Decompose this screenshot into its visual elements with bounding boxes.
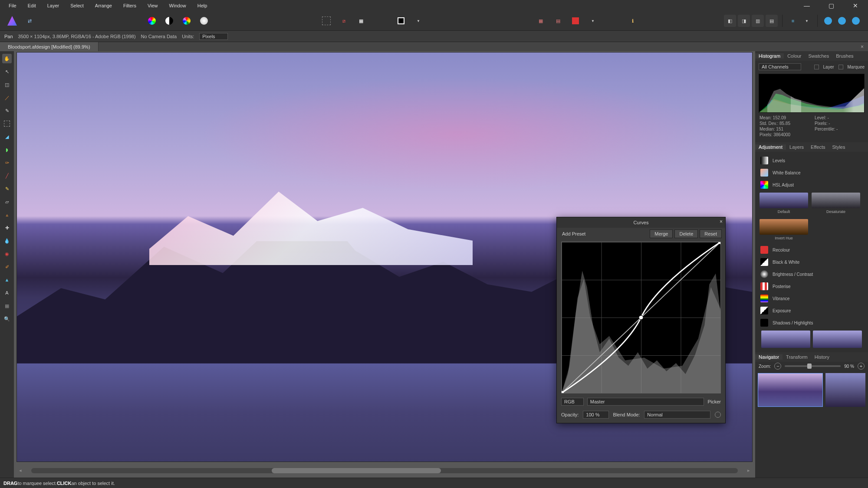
adj-levels[interactable]: Levels: [759, 154, 865, 167]
preset-default[interactable]: Default: [760, 193, 808, 214]
layer-checkbox[interactable]: [814, 65, 819, 69]
assistant-icon[interactable]: ℹ: [627, 15, 639, 27]
tab-colour[interactable]: Colour: [784, 53, 805, 59]
softproof-icon[interactable]: [198, 15, 210, 27]
hue-icon[interactable]: [181, 15, 193, 27]
preset-inverthue[interactable]: Invert Hue: [760, 219, 808, 240]
menu-layer[interactable]: Layer: [47, 3, 59, 8]
tab-brushes[interactable]: Brushes: [832, 53, 857, 59]
curves-close-icon[interactable]: ×: [720, 219, 723, 225]
snap-icon[interactable]: [569, 15, 582, 27]
menu-edit[interactable]: Edit: [28, 3, 36, 8]
zoom-in-button[interactable]: +: [858, 363, 865, 370]
menu-select[interactable]: Select: [70, 3, 84, 8]
curves-reset-button[interactable]: Reset: [700, 229, 722, 238]
globe2-icon[interactable]: [836, 15, 848, 27]
adj-recolour[interactable]: Recolour: [759, 244, 865, 256]
curves-add-preset-button[interactable]: Add Preset: [562, 230, 585, 238]
tab-history[interactable]: History: [811, 354, 833, 360]
shape-tool-icon[interactable]: ▲: [2, 275, 12, 285]
quickmask-icon[interactable]: [395, 15, 407, 27]
window-close-icon[interactable]: ✕: [852, 2, 859, 10]
move-tool-icon[interactable]: ↖: [2, 67, 12, 76]
arrange-2-icon[interactable]: ◨: [738, 15, 750, 27]
red-eye-tool-icon[interactable]: ◉: [2, 249, 12, 259]
arrange-3-icon[interactable]: ▥: [752, 15, 764, 27]
curves-dialog[interactable]: Curves × Add Preset Merge Delete Reset R…: [556, 217, 726, 423]
adj-bw[interactable]: Black & White: [759, 256, 865, 268]
tab-navigator[interactable]: Navigator: [755, 354, 783, 360]
horizontal-scrollbar[interactable]: [31, 468, 738, 473]
adj-vibrance[interactable]: Vibrance: [759, 292, 865, 305]
cancel-select-icon[interactable]: ⧄: [338, 15, 350, 27]
text-tool-icon[interactable]: A: [2, 288, 12, 298]
adj-thumb-1[interactable]: [761, 331, 810, 348]
tab-transform[interactable]: Transform: [783, 354, 811, 360]
marquee-checkbox[interactable]: [838, 65, 843, 69]
snap-dropdown-icon[interactable]: ▼: [587, 15, 599, 27]
scroll-left-icon[interactable]: ◂: [17, 467, 23, 473]
tab-histogram[interactable]: Histogram: [755, 53, 784, 59]
menu-view[interactable]: View: [148, 3, 158, 8]
adj-whitebalance[interactable]: White Balance: [759, 167, 865, 179]
share-icon[interactable]: ⇄: [23, 15, 36, 27]
tab-styles[interactable]: Styles: [829, 144, 849, 150]
pan-tool-icon[interactable]: ✋: [2, 54, 12, 63]
window-minimize-icon[interactable]: —: [803, 2, 811, 10]
fill-tool-icon[interactable]: ◢: [2, 132, 12, 141]
adj-hsl[interactable]: HSL Adjust: [759, 179, 865, 191]
menu-file[interactable]: File: [9, 3, 16, 8]
menu-window[interactable]: Window: [169, 3, 186, 8]
adj-posterise[interactable]: Posterise: [759, 280, 865, 292]
document-tab[interactable]: Bloodsport.afdesign [Modified] (89.9%): [0, 42, 99, 52]
adj-exposure[interactable]: Exposure: [759, 305, 865, 317]
pencil-tool-icon[interactable]: ✎: [2, 184, 12, 193]
dropdown-icon[interactable]: ▼: [412, 15, 424, 27]
zoom-out-button[interactable]: −: [774, 363, 781, 370]
pen-tool-icon[interactable]: ✑: [2, 158, 12, 167]
menu-arrange[interactable]: Arrange: [95, 3, 112, 8]
gradient-tool-icon[interactable]: ◗: [2, 145, 12, 154]
refine-select-icon[interactable]: ▦: [355, 15, 367, 27]
greyscale-icon[interactable]: [163, 15, 175, 27]
select-tool-icon[interactable]: ✎: [2, 106, 12, 115]
curves-opacity-select[interactable]: 100 %: [583, 411, 608, 419]
curves-graph[interactable]: [561, 242, 721, 393]
curves-blend-select[interactable]: Normal: [644, 411, 710, 419]
arrange-1-icon[interactable]: ◧: [724, 15, 736, 27]
histogram-channel-select[interactable]: All Channels: [759, 63, 801, 70]
paintbrush-tool-icon[interactable]: ╱: [2, 171, 12, 180]
curves-picker-button[interactable]: Picker: [707, 399, 721, 404]
eraser-tool-icon[interactable]: ▱: [2, 197, 12, 206]
zoom-slider[interactable]: [785, 365, 841, 367]
zoom-tool-icon[interactable]: 🔍: [2, 314, 12, 324]
units-select[interactable]: Pixels: [199, 33, 227, 40]
tab-adjustment[interactable]: Adjustment: [755, 144, 786, 150]
curves-colorspace-select[interactable]: RGB: [561, 398, 584, 406]
align-icon[interactable]: ≡: [787, 15, 799, 27]
curves-merge-button[interactable]: Merge: [650, 229, 673, 238]
preset-desaturate[interactable]: Desaturate: [812, 193, 860, 214]
marquee-icon[interactable]: [320, 15, 332, 27]
adj-shadows[interactable]: Shadows / Highlights: [759, 317, 865, 329]
curves-channel-select[interactable]: Master: [587, 398, 704, 406]
menu-help[interactable]: Help: [197, 3, 207, 8]
colour-wheel-icon[interactable]: [146, 15, 158, 27]
menu-filters[interactable]: Filters: [123, 3, 136, 8]
heal-tool-icon[interactable]: ✚: [2, 223, 12, 233]
navigator-thumbnail-2[interactable]: [825, 373, 865, 407]
curves-settings-icon[interactable]: [715, 412, 721, 418]
globe3-icon[interactable]: [850, 15, 862, 27]
tab-effects[interactable]: Effects: [807, 144, 829, 150]
mesh-tool-icon[interactable]: ▦: [2, 301, 12, 311]
curves-titlebar[interactable]: Curves ×: [557, 217, 725, 228]
tab-swatches[interactable]: Swatches: [805, 53, 833, 59]
grid-icon[interactable]: ▦: [535, 15, 547, 27]
grid2-icon[interactable]: ▤: [552, 15, 564, 27]
marquee-tool-icon[interactable]: [2, 119, 12, 128]
navigator-thumbnail[interactable]: [758, 373, 823, 407]
window-maximize-icon[interactable]: ▢: [827, 2, 835, 10]
adj-thumb-2[interactable]: [813, 331, 862, 348]
adj-brightness[interactable]: Brightness / Contrast: [759, 268, 865, 280]
tab-layers[interactable]: Layers: [786, 144, 807, 150]
